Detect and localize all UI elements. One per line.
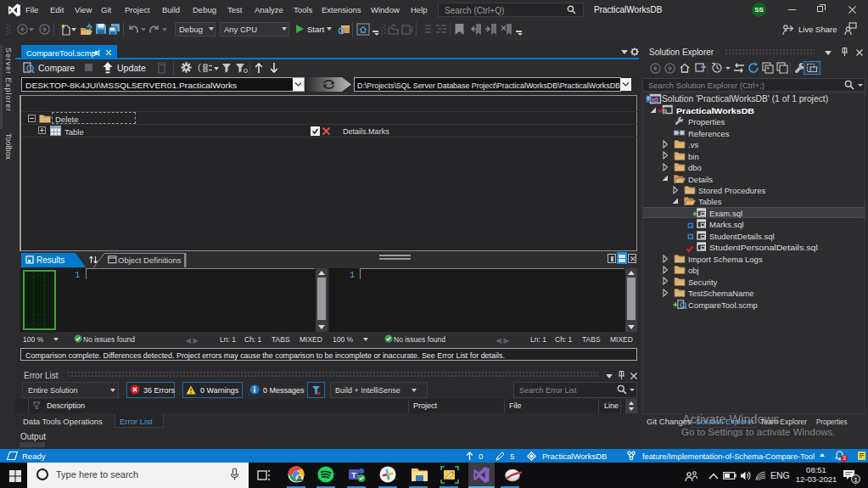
svg-text:T: T (351, 471, 356, 480)
